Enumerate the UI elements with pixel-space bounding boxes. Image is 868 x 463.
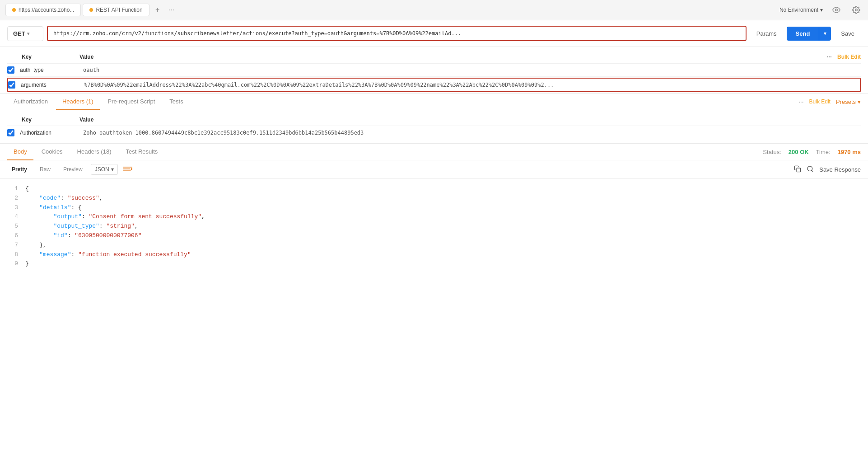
time-value: 1970 ms	[838, 149, 861, 155]
params-bulk-edit-button[interactable]: Bulk Edit	[837, 54, 861, 60]
headers-table-header: Key Value	[7, 114, 861, 126]
tab-dot-accounts	[12, 8, 16, 12]
header-row-authorization: Authorization Zoho-oauthtoken 1000.86074…	[7, 126, 861, 140]
time-label: Time:	[816, 149, 831, 155]
headers-key-header: Key	[7, 117, 79, 123]
headers-bulk-edit-button[interactable]: Bulk Edit	[809, 98, 831, 105]
tab-label-accounts: https://accounts.zoho...	[19, 7, 74, 13]
tab-bar: https://accounts.zoho... REST API Functi…	[0, 0, 868, 20]
headers-value-header: Value	[79, 117, 861, 123]
param-key-auth-type: auth_type	[20, 67, 83, 73]
method-selector[interactable]: GET ▾	[7, 26, 43, 41]
code-actions: Save Response	[794, 165, 861, 174]
json-line-8: 8 "message": "function executed successf…	[7, 250, 861, 260]
save-response-button[interactable]: Save Response	[819, 166, 861, 173]
status-label: Status:	[763, 149, 781, 155]
response-tab-headers[interactable]: Headers (18)	[71, 144, 118, 160]
json-line-7: 7 },	[7, 241, 861, 250]
param-key-arguments: arguments	[21, 82, 84, 88]
tab-headers[interactable]: Headers (1)	[56, 94, 100, 110]
tabs-more-button[interactable]: ···	[166, 4, 177, 16]
send-dropdown-button[interactable]: ▾	[819, 27, 831, 41]
param-row-arguments: arguments %7B%0D%0A%09%22emailAddress%22…	[7, 78, 861, 92]
json-line-9: 9 }	[7, 259, 861, 269]
params-value-header: Value	[79, 54, 826, 60]
status-value: 200 OK	[789, 149, 809, 155]
environment-selector[interactable]: No Environment ▾	[779, 7, 823, 13]
svg-rect-5	[797, 168, 801, 172]
format-tab-raw[interactable]: Raw	[35, 164, 55, 174]
format-tab-preview[interactable]: Preview	[59, 164, 87, 174]
header-key-authorization: Authorization	[20, 130, 83, 136]
response-body: 1 { 2 "code": "success", 3 "details": { …	[0, 179, 868, 274]
params-section: Key Value ··· Bulk Edit auth_type oauth …	[0, 47, 868, 94]
json-chevron: ▾	[111, 166, 114, 173]
url-input[interactable]	[47, 26, 747, 41]
json-line-3: 3 "details": {	[7, 203, 861, 213]
format-tab-pretty[interactable]: Pretty	[7, 164, 32, 174]
json-label: JSON	[95, 166, 109, 173]
headers-presets-button[interactable]: Presets ▾	[836, 98, 861, 105]
new-tab-button[interactable]: +	[151, 4, 164, 16]
code-format-bar: Pretty Raw Preview JSON ▾ Save Response	[0, 160, 868, 179]
search-response-button[interactable]	[807, 165, 814, 174]
json-line-6: 6 "id": "63095000000077006"	[7, 231, 861, 241]
send-button-group: Send ▾	[787, 27, 831, 41]
tab-label-rest: REST API Function	[96, 7, 142, 13]
env-chevron: ▾	[820, 7, 823, 13]
params-header: Key Value ··· Bulk Edit	[7, 51, 861, 64]
headers-more-button[interactable]: ···	[798, 98, 804, 105]
save-button[interactable]: Save	[835, 27, 861, 41]
svg-point-6	[807, 166, 812, 171]
json-line-2: 2 "code": "success",	[7, 194, 861, 203]
eye-icon[interactable]	[830, 4, 843, 16]
param-value-arguments: %7B%0D%0A%09%22emailAddress%22%3A%22abc%…	[84, 82, 860, 88]
params-key-header: Key	[7, 54, 79, 60]
tab-accounts[interactable]: https://accounts.zoho...	[5, 4, 81, 16]
tab-pre-request-script[interactable]: Pre-request Script	[102, 94, 162, 110]
svg-point-1	[855, 9, 858, 11]
header-value-authorization: Zoho-oauthtoken 1000.8607494449c8bc1e392…	[83, 130, 861, 136]
method-chevron: ▾	[27, 31, 29, 36]
request-sub-tabs: Authorization Headers (1) Pre-request Sc…	[0, 94, 868, 110]
params-more-button[interactable]: ···	[826, 53, 832, 61]
response-tab-body[interactable]: Body	[7, 144, 33, 160]
request-bar: GET ▾ Params Send ▾ Save	[0, 20, 868, 47]
tab-tests[interactable]: Tests	[163, 94, 189, 110]
param-checkbox-auth-type[interactable]	[7, 66, 14, 74]
header-checkbox-authorization[interactable]	[7, 129, 14, 136]
json-line-1: 1 {	[7, 184, 861, 194]
headers-section: Key Value Authorization Zoho-oauthtoken …	[0, 110, 868, 144]
svg-point-0	[835, 9, 838, 11]
tab-authorization[interactable]: Authorization	[7, 94, 54, 110]
settings-icon[interactable]	[850, 4, 863, 16]
headers-tab-actions: ··· Bulk Edit Presets ▾	[798, 98, 861, 105]
wrap-icon[interactable]	[123, 165, 132, 174]
param-row-auth-type: auth_type oauth	[7, 64, 861, 77]
response-status: Status: 200 OK Time: 1970 ms	[763, 149, 861, 155]
svg-line-7	[812, 170, 813, 172]
params-button[interactable]: Params	[750, 27, 783, 41]
json-format-selector[interactable]: JSON ▾	[91, 164, 118, 175]
send-button[interactable]: Send	[787, 27, 819, 41]
tab-rest-api[interactable]: REST API Function	[83, 4, 149, 16]
param-checkbox-arguments[interactable]	[8, 81, 15, 89]
response-tab-test-results[interactable]: Test Results	[119, 144, 164, 160]
tab-dot-rest	[89, 8, 93, 12]
response-tabs: Body Cookies Headers (18) Test Results S…	[0, 144, 868, 160]
params-actions: ··· Bulk Edit	[826, 53, 861, 61]
response-tab-cookies[interactable]: Cookies	[35, 144, 69, 160]
tab-bar-right: No Environment ▾	[779, 4, 863, 16]
copy-response-button[interactable]	[794, 165, 801, 174]
json-line-5: 5 "output_type": "string",	[7, 222, 861, 231]
method-label: GET	[13, 30, 25, 37]
env-label: No Environment	[779, 7, 818, 13]
param-value-auth-type: oauth	[83, 67, 861, 73]
json-line-4: 4 "output": "Consent form sent successfu…	[7, 212, 861, 222]
